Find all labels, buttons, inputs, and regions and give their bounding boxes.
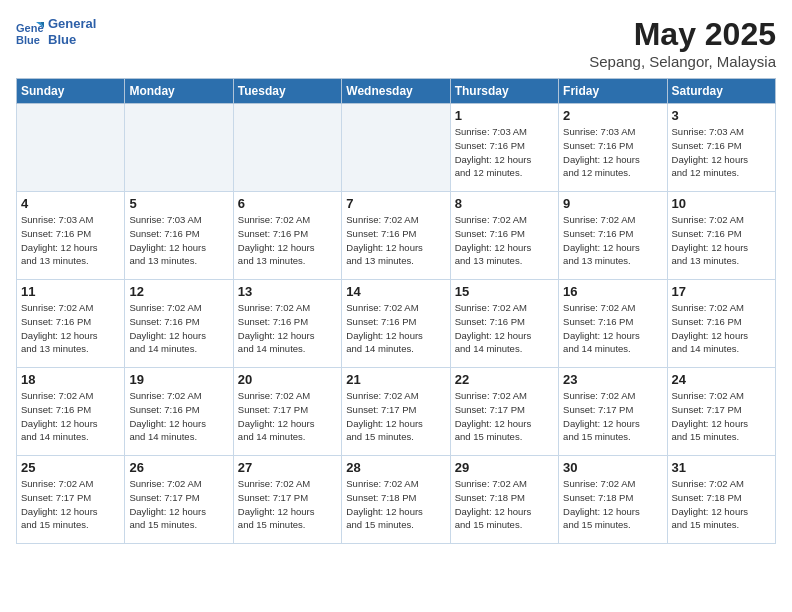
day-number: 31	[672, 460, 771, 475]
day-number: 7	[346, 196, 445, 211]
calendar-cell: 21Sunrise: 7:02 AM Sunset: 7:17 PM Dayli…	[342, 368, 450, 456]
page-header: General Blue General Blue May 2025 Sepan…	[16, 16, 776, 70]
svg-text:Blue: Blue	[16, 34, 40, 46]
day-number: 18	[21, 372, 120, 387]
day-number: 21	[346, 372, 445, 387]
calendar-week-1: 1Sunrise: 7:03 AM Sunset: 7:16 PM Daylig…	[17, 104, 776, 192]
day-info: Sunrise: 7:02 AM Sunset: 7:16 PM Dayligh…	[21, 301, 120, 356]
day-number: 13	[238, 284, 337, 299]
calendar-cell: 19Sunrise: 7:02 AM Sunset: 7:16 PM Dayli…	[125, 368, 233, 456]
day-info: Sunrise: 7:02 AM Sunset: 7:18 PM Dayligh…	[455, 477, 554, 532]
col-header-monday: Monday	[125, 79, 233, 104]
day-info: Sunrise: 7:02 AM Sunset: 7:17 PM Dayligh…	[238, 477, 337, 532]
day-number: 23	[563, 372, 662, 387]
calendar-cell	[125, 104, 233, 192]
calendar-cell: 10Sunrise: 7:02 AM Sunset: 7:16 PM Dayli…	[667, 192, 775, 280]
day-number: 9	[563, 196, 662, 211]
calendar-cell: 20Sunrise: 7:02 AM Sunset: 7:17 PM Dayli…	[233, 368, 341, 456]
day-number: 14	[346, 284, 445, 299]
day-info: Sunrise: 7:02 AM Sunset: 7:17 PM Dayligh…	[672, 389, 771, 444]
day-number: 17	[672, 284, 771, 299]
day-info: Sunrise: 7:03 AM Sunset: 7:16 PM Dayligh…	[129, 213, 228, 268]
day-number: 12	[129, 284, 228, 299]
day-info: Sunrise: 7:02 AM Sunset: 7:16 PM Dayligh…	[238, 213, 337, 268]
col-header-tuesday: Tuesday	[233, 79, 341, 104]
day-number: 10	[672, 196, 771, 211]
day-number: 16	[563, 284, 662, 299]
day-number: 4	[21, 196, 120, 211]
col-header-wednesday: Wednesday	[342, 79, 450, 104]
calendar-cell: 18Sunrise: 7:02 AM Sunset: 7:16 PM Dayli…	[17, 368, 125, 456]
day-info: Sunrise: 7:02 AM Sunset: 7:16 PM Dayligh…	[563, 213, 662, 268]
logo: General Blue General Blue	[16, 16, 96, 47]
calendar-cell: 4Sunrise: 7:03 AM Sunset: 7:16 PM Daylig…	[17, 192, 125, 280]
day-info: Sunrise: 7:02 AM Sunset: 7:16 PM Dayligh…	[455, 301, 554, 356]
calendar-cell	[342, 104, 450, 192]
day-info: Sunrise: 7:02 AM Sunset: 7:16 PM Dayligh…	[563, 301, 662, 356]
calendar-cell: 24Sunrise: 7:02 AM Sunset: 7:17 PM Dayli…	[667, 368, 775, 456]
day-number: 24	[672, 372, 771, 387]
day-info: Sunrise: 7:02 AM Sunset: 7:17 PM Dayligh…	[129, 477, 228, 532]
day-number: 19	[129, 372, 228, 387]
col-header-thursday: Thursday	[450, 79, 558, 104]
day-number: 6	[238, 196, 337, 211]
day-number: 15	[455, 284, 554, 299]
calendar-cell: 16Sunrise: 7:02 AM Sunset: 7:16 PM Dayli…	[559, 280, 667, 368]
day-number: 29	[455, 460, 554, 475]
calendar-cell: 23Sunrise: 7:02 AM Sunset: 7:17 PM Dayli…	[559, 368, 667, 456]
day-number: 5	[129, 196, 228, 211]
day-info: Sunrise: 7:02 AM Sunset: 7:18 PM Dayligh…	[563, 477, 662, 532]
day-info: Sunrise: 7:02 AM Sunset: 7:16 PM Dayligh…	[129, 389, 228, 444]
day-info: Sunrise: 7:02 AM Sunset: 7:16 PM Dayligh…	[346, 213, 445, 268]
day-info: Sunrise: 7:02 AM Sunset: 7:17 PM Dayligh…	[346, 389, 445, 444]
calendar-cell: 31Sunrise: 7:02 AM Sunset: 7:18 PM Dayli…	[667, 456, 775, 544]
day-number: 22	[455, 372, 554, 387]
calendar-cell	[233, 104, 341, 192]
day-number: 2	[563, 108, 662, 123]
calendar-week-5: 25Sunrise: 7:02 AM Sunset: 7:17 PM Dayli…	[17, 456, 776, 544]
calendar-cell: 15Sunrise: 7:02 AM Sunset: 7:16 PM Dayli…	[450, 280, 558, 368]
calendar-week-2: 4Sunrise: 7:03 AM Sunset: 7:16 PM Daylig…	[17, 192, 776, 280]
title-block: May 2025 Sepang, Selangor, Malaysia	[589, 16, 776, 70]
day-info: Sunrise: 7:03 AM Sunset: 7:16 PM Dayligh…	[672, 125, 771, 180]
col-header-friday: Friday	[559, 79, 667, 104]
calendar-cell: 28Sunrise: 7:02 AM Sunset: 7:18 PM Dayli…	[342, 456, 450, 544]
calendar-table: SundayMondayTuesdayWednesdayThursdayFrid…	[16, 78, 776, 544]
day-info: Sunrise: 7:03 AM Sunset: 7:16 PM Dayligh…	[563, 125, 662, 180]
day-info: Sunrise: 7:03 AM Sunset: 7:16 PM Dayligh…	[21, 213, 120, 268]
day-info: Sunrise: 7:02 AM Sunset: 7:16 PM Dayligh…	[672, 213, 771, 268]
calendar-cell: 12Sunrise: 7:02 AM Sunset: 7:16 PM Dayli…	[125, 280, 233, 368]
calendar-cell: 30Sunrise: 7:02 AM Sunset: 7:18 PM Dayli…	[559, 456, 667, 544]
day-info: Sunrise: 7:02 AM Sunset: 7:17 PM Dayligh…	[455, 389, 554, 444]
day-info: Sunrise: 7:02 AM Sunset: 7:17 PM Dayligh…	[563, 389, 662, 444]
logo-line1: General	[48, 16, 96, 32]
day-info: Sunrise: 7:02 AM Sunset: 7:18 PM Dayligh…	[346, 477, 445, 532]
calendar-week-4: 18Sunrise: 7:02 AM Sunset: 7:16 PM Dayli…	[17, 368, 776, 456]
logo-line2: Blue	[48, 32, 96, 48]
calendar-cell: 13Sunrise: 7:02 AM Sunset: 7:16 PM Dayli…	[233, 280, 341, 368]
day-number: 11	[21, 284, 120, 299]
day-number: 28	[346, 460, 445, 475]
calendar-cell: 26Sunrise: 7:02 AM Sunset: 7:17 PM Dayli…	[125, 456, 233, 544]
day-info: Sunrise: 7:02 AM Sunset: 7:16 PM Dayligh…	[129, 301, 228, 356]
logo-icon: General Blue	[16, 18, 44, 46]
calendar-cell	[17, 104, 125, 192]
day-info: Sunrise: 7:02 AM Sunset: 7:16 PM Dayligh…	[238, 301, 337, 356]
calendar-cell: 7Sunrise: 7:02 AM Sunset: 7:16 PM Daylig…	[342, 192, 450, 280]
month-title: May 2025	[589, 16, 776, 53]
calendar-cell: 14Sunrise: 7:02 AM Sunset: 7:16 PM Dayli…	[342, 280, 450, 368]
calendar-cell: 11Sunrise: 7:02 AM Sunset: 7:16 PM Dayli…	[17, 280, 125, 368]
day-number: 26	[129, 460, 228, 475]
col-header-saturday: Saturday	[667, 79, 775, 104]
day-info: Sunrise: 7:02 AM Sunset: 7:16 PM Dayligh…	[455, 213, 554, 268]
calendar-cell: 3Sunrise: 7:03 AM Sunset: 7:16 PM Daylig…	[667, 104, 775, 192]
calendar-cell: 2Sunrise: 7:03 AM Sunset: 7:16 PM Daylig…	[559, 104, 667, 192]
col-header-sunday: Sunday	[17, 79, 125, 104]
day-number: 27	[238, 460, 337, 475]
day-number: 3	[672, 108, 771, 123]
calendar-header-row: SundayMondayTuesdayWednesdayThursdayFrid…	[17, 79, 776, 104]
day-info: Sunrise: 7:02 AM Sunset: 7:17 PM Dayligh…	[238, 389, 337, 444]
calendar-cell: 5Sunrise: 7:03 AM Sunset: 7:16 PM Daylig…	[125, 192, 233, 280]
calendar-cell: 6Sunrise: 7:02 AM Sunset: 7:16 PM Daylig…	[233, 192, 341, 280]
day-number: 30	[563, 460, 662, 475]
